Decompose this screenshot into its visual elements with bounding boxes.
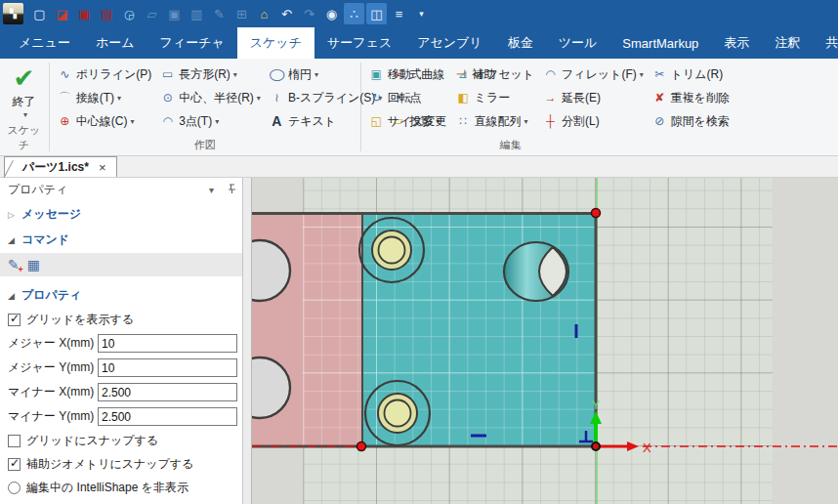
offset-button[interactable]: ⊿オフセット [451,63,538,86]
panel-splitter[interactable] [242,178,252,504]
tangent-button[interactable]: ⌒接線(T)▾ [53,86,155,109]
tab-surface[interactable]: サーフェス [314,27,404,59]
tab-annotation[interactable]: 注釈 [762,27,813,59]
toolbar-options-icon[interactable]: ▾ [411,3,432,24]
open-catalog-icon[interactable]: ◪ [52,3,72,24]
linear-array-button[interactable]: ∷直線配列▾ [451,109,538,133]
edit-grid-command-icon[interactable]: ✎+ [8,257,20,273]
redo-icon[interactable]: ↷ [299,3,319,24]
y-axis-label: Y [592,399,600,412]
undo-icon[interactable]: ↶ [276,3,297,24]
fillet-button[interactable]: ◠フィレット(F)▾ [538,63,648,86]
panel-title: プロパティ [8,182,67,198]
panel-dropdown-icon[interactable]: ▾ [209,185,214,195]
bspline-icon: ≀ [269,91,285,105]
section-command[interactable]: ◢ コマンド [0,227,242,252]
resize-icon: ◱ [368,114,385,128]
split-button[interactable]: ┼分割(L) [538,109,648,133]
document-tab-parts1[interactable]: パーツ1.ics* × [4,156,117,177]
rectangle-button[interactable]: ▭長方形(R)▾ [155,63,265,86]
tab-tools[interactable]: ツール [546,27,610,59]
list-view-icon[interactable]: ≡ [389,3,409,24]
insert-part-icon[interactable]: ⊞ [231,3,252,24]
sketch-point-bottom-left[interactable] [357,442,366,451]
tab-common[interactable]: 共通 [813,27,838,59]
hide-intellishape-radio[interactable] [8,482,21,494]
link-icon[interactable]: ✎ [209,3,230,24]
trim-button[interactable]: ✂トリム(R) [648,63,733,86]
section-properties[interactable]: ◢ プロパティ [0,282,242,308]
sketch-canvas[interactable]: X Y [252,178,838,504]
tab-sketch[interactable]: スケッチ [237,27,314,59]
minor-y-input[interactable] [98,407,237,426]
tab-menu[interactable]: メニュー [6,27,83,59]
section-messages[interactable]: ▷ メッセージ [0,201,242,227]
export-icon[interactable]: ▤ [97,3,117,24]
rotate-button[interactable]: ↻回転 [364,86,451,109]
origin-point[interactable] [592,442,600,450]
pin-icon[interactable] [228,184,236,196]
import-icon[interactable]: ▣ [74,3,95,24]
center-radius-circle-button[interactable]: ⊙中心、半径(R)▾ [155,86,265,109]
linear-array-icon: ∷ [455,114,472,128]
move-button[interactable]: ▣移動 [364,63,451,86]
search-document-icon[interactable]: ◶ [119,3,140,24]
tab-assembly[interactable]: アセンブリ [404,27,495,59]
rectangle-icon: ▭ [159,67,176,81]
scene-browser-icon[interactable]: ∴ [344,3,364,24]
find-gaps-button[interactable]: ⊘隙間を検索 [648,109,733,133]
major-x-input[interactable] [98,334,237,353]
remove-duplicates-button[interactable]: ✘重複を削除 [648,86,733,109]
finish-sketch-check-icon[interactable]: ✔ [14,65,35,91]
cylinder-hole-right[interactable] [504,242,568,301]
snap-grid-checkbox[interactable] [8,435,21,447]
dropdown-arrow-icon: ▾ [215,117,219,126]
move-icon: ▣ [368,67,385,81]
hide-part-radio-row: 編集中のパーツを非表示 [0,499,242,504]
three-point-arc-icon: ◠ [159,114,176,128]
web-icon[interactable]: ◉ [321,3,342,24]
window-panel-icon[interactable]: ◫ [366,3,387,24]
tab-sheetmetal[interactable]: 板金 [495,27,546,59]
panel-header: プロパティ ▾ [0,178,242,201]
centerline-button[interactable]: ⊕中心線(C)▾ [53,109,155,133]
polyline-icon: ∿ [57,67,73,81]
snap-aux-checkbox[interactable] [8,458,21,471]
show-grid-checkbox-row: グリッドを表示する [0,308,242,331]
app-logo-icon[interactable]: ▚ [3,3,23,24]
extend-button[interactable]: →延長(E) [538,86,648,109]
major-y-input[interactable] [98,358,237,377]
save-icon[interactable]: ▣ [164,3,185,24]
new-document-icon[interactable]: ▢ [29,3,50,24]
group-label-sketch: スケッチ [2,122,46,155]
split-icon: ┼ [542,114,559,128]
ellipse-icon: ◯ [267,67,287,81]
finish-sketch-button[interactable]: 終了 [12,94,35,110]
save-as-icon[interactable]: ▥ [187,3,207,24]
properties-panel: プロパティ ▾ ▷ メッセージ ◢ コマンド ✎+ ▦ ◢ プロパテ [0,178,242,504]
three-point-arc-button[interactable]: ◠3点(T)▾ [155,109,265,133]
dropdown-arrow-icon[interactable]: ▾ [23,110,27,119]
open-folder-icon[interactable]: ▱ [142,3,162,24]
resize-button[interactable]: ◱サイズ変更 [364,109,451,133]
tab-home[interactable]: ホーム [83,27,147,59]
expanded-arrow-icon: ◢ [8,235,21,245]
minor-x-row: マイナー X(mm) [0,380,242,404]
tangent-icon: ⌒ [57,90,73,106]
tab-view[interactable]: 表示 [711,27,762,59]
ribbon-group-draw: ∿ポリライン(P) ⌒接線(T)▾ ⊕中心線(C)▾ ▭長方形(R)▾ ⊙中心、… [51,59,359,155]
close-icon[interactable]: × [99,160,106,175]
sketch-point-top-right[interactable] [592,209,601,218]
tab-smartmarkup[interactable]: SmartMarkup [609,27,711,59]
dropdown-arrow-icon: ▾ [117,94,121,103]
mirror-button[interactable]: ◧ミラー [451,86,538,109]
minor-y-row: マイナー Y(mm) [0,404,242,429]
polyline-button[interactable]: ∿ポリライン(P) [53,63,155,86]
show-grid-checkbox[interactable] [8,314,21,326]
home-icon[interactable]: ⌂ [254,3,274,24]
tab-feature[interactable]: フィーチャ [147,27,237,59]
minor-x-input[interactable] [98,383,237,401]
quick-access-toolbar: ▚ ▢ ◪ ▣ ▤ ◶ ▱ ▣ ▥ ✎ ⊞ ⌂ ↶ ↷ ◉ ∴ ◫ ≡ ▾ [0,0,838,27]
grid-table-command-icon[interactable]: ▦ [27,257,40,273]
text-icon: A [269,113,285,129]
